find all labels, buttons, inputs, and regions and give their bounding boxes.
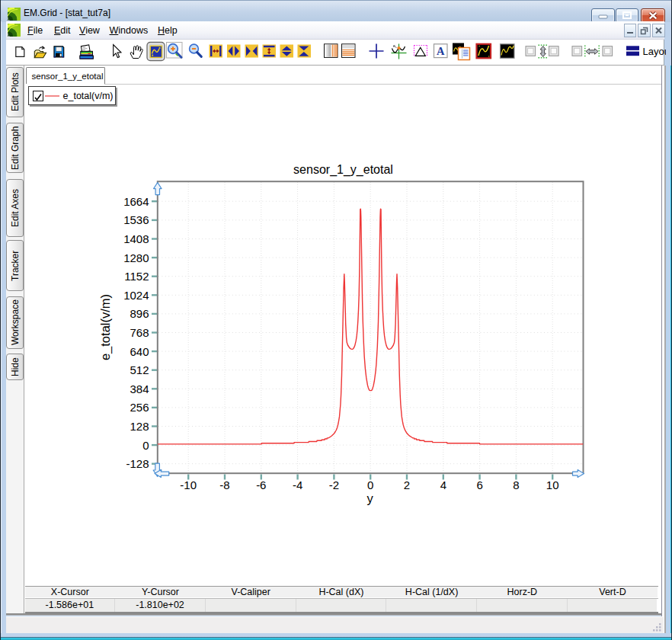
svg-text:y: y bbox=[366, 491, 373, 505]
svg-text:8: 8 bbox=[513, 478, 519, 491]
svg-text:e_total(v/m): e_total(v/m) bbox=[98, 294, 113, 360]
svg-text:1536: 1536 bbox=[123, 213, 149, 226]
svg-text:512: 512 bbox=[130, 363, 149, 376]
svg-text:1408: 1408 bbox=[123, 232, 149, 245]
svg-text:384: 384 bbox=[130, 382, 149, 395]
svg-text:2: 2 bbox=[404, 478, 410, 491]
svg-text:4: 4 bbox=[440, 478, 446, 491]
svg-text:896: 896 bbox=[130, 307, 149, 320]
svg-text:-4: -4 bbox=[293, 478, 302, 491]
svg-text:-128: -128 bbox=[126, 457, 149, 470]
svg-text:1280: 1280 bbox=[123, 251, 149, 264]
svg-text:1664: 1664 bbox=[123, 195, 149, 208]
svg-text:128: 128 bbox=[130, 420, 149, 433]
svg-text:-6: -6 bbox=[256, 478, 266, 491]
svg-text:768: 768 bbox=[130, 326, 149, 339]
svg-text:0: 0 bbox=[367, 478, 373, 491]
svg-text:-2: -2 bbox=[329, 478, 339, 491]
svg-text:6: 6 bbox=[476, 478, 482, 491]
svg-text:10: 10 bbox=[546, 478, 559, 491]
svg-text:sensor_1_y_etotal: sensor_1_y_etotal bbox=[293, 163, 393, 177]
svg-text:-8: -8 bbox=[219, 478, 229, 491]
svg-text:256: 256 bbox=[130, 401, 149, 414]
svg-text:1152: 1152 bbox=[124, 270, 149, 283]
svg-text:640: 640 bbox=[130, 345, 149, 358]
svg-text:1024: 1024 bbox=[123, 289, 149, 302]
svg-text:-10: -10 bbox=[180, 478, 197, 491]
svg-text:0: 0 bbox=[142, 439, 149, 452]
